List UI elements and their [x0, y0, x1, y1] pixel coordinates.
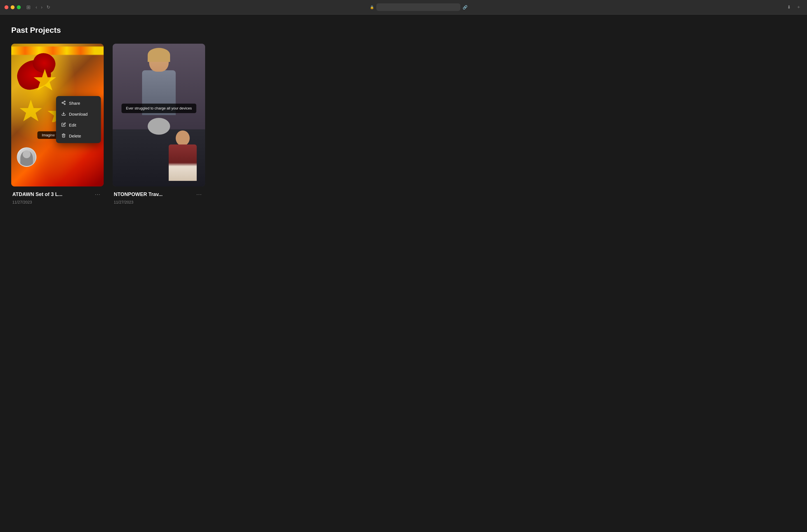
- card1-title: ATDAWN Set of 3 L...: [12, 191, 62, 197]
- lock-icon: 🔒: [370, 5, 374, 9]
- project-thumbnail-2: Ever struggled to charge all your device…: [113, 44, 205, 187]
- maximize-button[interactable]: [17, 5, 21, 9]
- new-tab-button[interactable]: ＋: [795, 3, 803, 11]
- browser-chrome: ⊞ ‹ › ↻ 🔒 https://creatify.ai/ 🔗 ⬇ ＋: [0, 0, 807, 15]
- card1-date: 11/27/2023: [12, 200, 103, 204]
- menu-item-share[interactable]: Share: [56, 98, 101, 109]
- project-card-1[interactable]: Imagine your home Share: [11, 44, 104, 206]
- card2-menu-button[interactable]: ⋯: [194, 190, 204, 199]
- svg-marker-0: [34, 69, 56, 91]
- reload-button[interactable]: ↻: [45, 3, 52, 11]
- card2-date: 11/27/2023: [114, 200, 204, 204]
- card2-title-row: NTONPOWER Trav... ⋯: [114, 190, 204, 199]
- page-title: Past Projects: [11, 26, 796, 35]
- menu-edit-label: Edit: [69, 122, 76, 127]
- person-head: [149, 49, 169, 72]
- svg-marker-1: [20, 100, 42, 121]
- svg-point-4: [62, 102, 63, 103]
- sidebar-toggle-button[interactable]: ⊞: [26, 4, 31, 11]
- close-button[interactable]: [4, 5, 8, 9]
- menu-item-download[interactable]: Download: [56, 109, 101, 119]
- address-bar: 🔒 https://creatify.ai/ 🔗: [55, 3, 782, 11]
- card1-footer: ATDAWN Set of 3 L... ⋯ 11/27/2023: [11, 187, 104, 206]
- svg-point-5: [64, 103, 65, 105]
- card2-overlay-text: Ever struggled to charge all your device…: [122, 103, 197, 113]
- trash-icon: [61, 133, 66, 139]
- traffic-lights: [4, 5, 21, 9]
- second-person-head: [176, 131, 190, 146]
- menu-delete-label: Delete: [69, 134, 81, 138]
- svg-point-3: [64, 101, 65, 102]
- edit-icon: [61, 122, 66, 128]
- menu-item-edit[interactable]: Edit: [56, 119, 101, 131]
- back-button[interactable]: ‹: [34, 4, 39, 11]
- menu-download-label: Download: [69, 112, 88, 116]
- forward-button[interactable]: ›: [39, 4, 44, 11]
- project-thumbnail-1: Imagine your home Share: [11, 44, 104, 187]
- card2-title: NTONPOWER Trav...: [114, 191, 163, 197]
- person-thumbnail: Ever struggled to charge all your device…: [113, 44, 205, 187]
- second-person-body: [169, 145, 197, 181]
- nav-buttons: ‹ › ↻: [34, 3, 52, 11]
- card1-title-row: ATDAWN Set of 3 L... ⋯: [12, 190, 103, 199]
- svg-line-6: [63, 103, 65, 104]
- url-input[interactable]: https://creatify.ai/: [376, 3, 460, 11]
- download-icon: [61, 111, 66, 117]
- page-content: Past Projects Imagine your home: [0, 15, 807, 217]
- menu-item-delete[interactable]: Delete: [56, 131, 101, 141]
- card1-menu-button[interactable]: ⋯: [92, 190, 103, 199]
- svg-line-7: [63, 102, 65, 102]
- avatar-circle: [17, 147, 36, 167]
- browser-actions: ⬇ ＋: [785, 3, 803, 11]
- download-button[interactable]: ⬇: [785, 3, 792, 11]
- projects-grid: Imagine your home Share: [11, 44, 796, 206]
- project-card-2[interactable]: Ever struggled to charge all your device…: [113, 44, 205, 206]
- link-icon: 🔗: [463, 5, 467, 10]
- main-person-figure: [136, 49, 181, 128]
- person-hair: [148, 48, 170, 62]
- minimize-button[interactable]: [11, 5, 15, 9]
- card2-footer: NTONPOWER Trav... ⋯ 11/27/2023: [113, 187, 205, 206]
- christmas-lights: [11, 46, 104, 55]
- menu-share-label: Share: [69, 101, 80, 106]
- share-icon: [61, 100, 66, 106]
- second-person-figure: [166, 131, 200, 187]
- context-menu: Share Download: [56, 96, 101, 143]
